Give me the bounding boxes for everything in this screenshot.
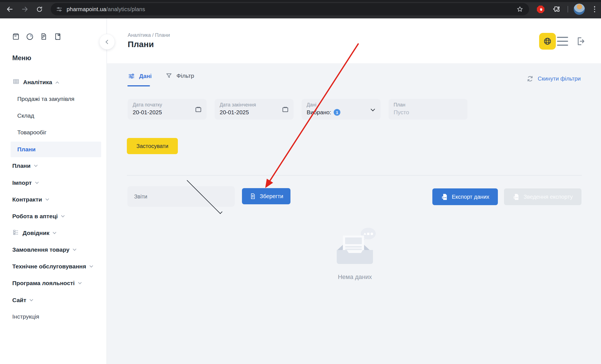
chevron-down-icon: [78, 281, 82, 284]
export-data-button[interactable]: XLSX Експорт даних: [432, 188, 498, 205]
browser-chrome: pharmapoint.ua/analytics/plans: [0, 0, 601, 18]
sidebar-item-label: Контракти: [12, 196, 42, 203]
reset-filters-link[interactable]: Скинути фільтри: [526, 75, 581, 82]
export-button-label: Експорт даних: [452, 194, 489, 200]
adblock-extension-icon[interactable]: [537, 6, 544, 13]
sidebar-item-sales[interactable]: Продажі та закупівля: [17, 95, 74, 103]
chevron-left-icon: [106, 40, 110, 44]
reload-icon: [36, 6, 43, 13]
sidebar-section-pharmacy-work[interactable]: Робота в аптеці: [12, 212, 64, 220]
sidebar-section-site[interactable]: Сайт: [12, 296, 33, 304]
url-bar[interactable]: pharmapoint.ua/analytics/plans: [51, 3, 529, 15]
sidebar-section-import[interactable]: Імпорт: [12, 179, 38, 187]
sidebar-item-turnover[interactable]: Товарообіг: [17, 128, 47, 137]
app-root: pharmapoint.ua/analytics/plans Меню Анал…: [0, 0, 601, 364]
toolbar-divider: [568, 6, 568, 13]
sidebar-item-label: Продажі та закупівля: [17, 96, 74, 102]
funnel-icon: [165, 72, 173, 79]
back-icon: [6, 6, 13, 13]
sidebar-item-label: Інструкція: [12, 313, 39, 320]
list-icon: [12, 229, 19, 237]
save-button[interactable]: Зберегти: [242, 188, 290, 204]
chevron-down-icon: [371, 107, 374, 112]
language-button[interactable]: [539, 33, 556, 50]
tab-label: Дані: [139, 73, 152, 79]
document-icon: [249, 193, 256, 200]
globe-icon: [543, 37, 552, 46]
sidebar-item-plans-active[interactable]: Плани: [17, 145, 36, 154]
url-path: /analytics/plans: [106, 6, 145, 12]
sidebar-section-loyalty[interactable]: Програма лояльності: [12, 279, 81, 287]
plan-select-field[interactable]: План Пусто: [389, 99, 467, 120]
sidebar-item-label: Плани: [17, 146, 36, 153]
page-header: Аналітика / Плани Плани: [107, 18, 601, 63]
calendar-icon[interactable]: [282, 106, 289, 114]
sidebar-section-maintenance[interactable]: Технічне обслуговування: [12, 262, 93, 271]
sidebar-section-goods-order[interactable]: Замовлення товару: [12, 246, 76, 254]
sidebar-section-plans[interactable]: Плани: [12, 162, 37, 170]
sidebar-section-directory[interactable]: Довідник: [12, 229, 56, 237]
breadcrumb: Аналітика / Плани: [128, 32, 170, 38]
sidebar-item-analytics[interactable]: Аналітика: [12, 78, 59, 86]
sidebar-item-label: Технічне обслуговування: [12, 263, 86, 270]
end-date-field[interactable]: Дата закінчення 20-01-2025: [215, 99, 294, 120]
browser-forward-button[interactable]: [21, 5, 29, 13]
chevron-down-icon: [89, 264, 93, 268]
reset-icon: [526, 75, 534, 82]
profile-avatar[interactable]: [574, 4, 585, 15]
active-tab-underline: [127, 85, 150, 86]
book-icon[interactable]: [54, 32, 62, 42]
tab-data[interactable]: Дані: [128, 72, 152, 80]
url-text: pharmapoint.ua/analytics/plans: [67, 6, 145, 13]
calendar-icon[interactable]: [195, 106, 202, 114]
reports-dropdown[interactable]: Звіти: [127, 186, 235, 207]
apps-menu-button[interactable]: [557, 37, 568, 46]
field-label: Дата початку: [133, 102, 202, 108]
sidebar-item-instruction[interactable]: Інструкція: [12, 312, 39, 321]
site-info-icon[interactable]: [56, 6, 63, 13]
content-panel: Дані Фільтр Скинути фільтри Дата початку…: [107, 63, 601, 364]
grid-icon: [12, 78, 20, 87]
chevron-down-icon: [35, 180, 39, 184]
field-label: Дані: [307, 102, 375, 108]
sidebar-item-label: Товарообіг: [17, 129, 47, 136]
document-icon[interactable]: [40, 32, 48, 42]
data-select-value: Вибрано:1: [307, 109, 375, 116]
browser-menu-icon[interactable]: [593, 6, 597, 13]
chevron-down-icon: [45, 197, 49, 201]
chevron-up-icon: [55, 81, 59, 85]
xlsx-file-icon: XLSX: [513, 193, 520, 201]
start-date-field[interactable]: Дата початку 20-01-2025: [128, 99, 207, 120]
svg-text:XLSX: XLSX: [442, 196, 446, 198]
start-date-value: 20-01-2025: [133, 109, 202, 116]
export-summary-button-disabled: XLSX Зведення експорту: [504, 188, 581, 205]
tab-filter[interactable]: Фільтр: [165, 72, 194, 79]
svg-text:XLSX: XLSX: [514, 196, 518, 198]
apply-button[interactable]: Застосувати: [127, 138, 178, 154]
sidebar-item-label: Склад: [17, 112, 34, 119]
browser-back-button[interactable]: [6, 5, 14, 13]
chevron-down-icon: [53, 230, 56, 234]
field-label: Дата закінчення: [220, 102, 289, 108]
data-select-field[interactable]: Дані Вибрано:1: [302, 99, 381, 120]
logout-icon: [574, 36, 585, 47]
save-button-label: Зберегти: [260, 193, 283, 200]
package-icon[interactable]: [12, 32, 20, 42]
sidebar-item-label: Аналітика: [23, 79, 52, 86]
sidebar-item-label: Робота в аптеці: [12, 213, 58, 220]
sidebar-item-warehouse[interactable]: Склад: [17, 111, 34, 120]
browser-reload-button[interactable]: [35, 5, 43, 13]
sidebar-item-label: Замовлення товару: [12, 246, 69, 253]
hand-icon: [539, 7, 543, 12]
pie-chart-icon[interactable]: [26, 32, 34, 42]
empty-state-label: Нема даних: [328, 273, 381, 281]
sidebar-menu-heading: Меню: [12, 54, 31, 62]
sliders-icon: [128, 72, 135, 80]
sidebar: Меню Аналітика Продажі та закупівля Скла…: [0, 18, 107, 364]
logout-button[interactable]: [574, 36, 585, 48]
extensions-puzzle-icon[interactable]: [552, 5, 560, 14]
sidebar-section-contracts[interactable]: Контракти: [12, 195, 49, 204]
bookmark-star-icon[interactable]: [516, 6, 524, 13]
sidebar-collapse-button[interactable]: [99, 34, 115, 50]
chevron-down-icon: [30, 298, 33, 301]
